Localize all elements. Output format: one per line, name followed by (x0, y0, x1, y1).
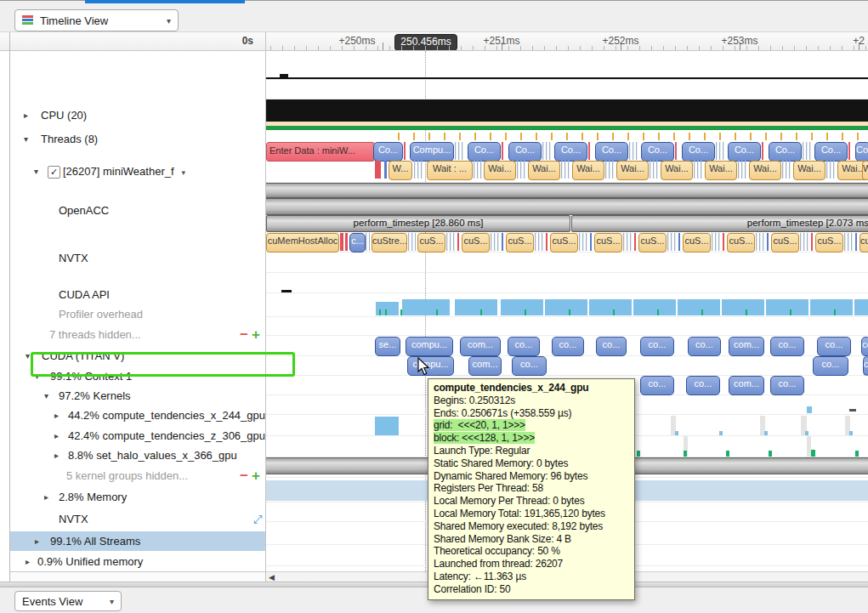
cuda-api-block[interactable]: cuMemHostAlloc (266, 233, 339, 253)
openacc-launch-block[interactable] (848, 142, 853, 160)
disclosure-arrow-icon[interactable]: ▸ (26, 552, 30, 571)
tree-item[interactable]: ▸0.9% Unified memory (10, 552, 265, 571)
openacc-wait-block[interactable]: Wai... (705, 161, 737, 180)
openacc-wait-block[interactable]: W... (389, 161, 412, 180)
cuda-api-block[interactable]: cuS... (727, 233, 755, 253)
openacc-launch-block[interactable]: Compu... (410, 142, 454, 162)
disclosure-arrow-icon[interactable]: ▾ (26, 346, 30, 366)
kernel-8-set-halo-block[interactable] (807, 406, 812, 413)
openacc-wait-block[interactable] (384, 161, 387, 179)
cuda-api-block[interactable]: cuS... (550, 233, 578, 253)
gpu-activity-block[interactable] (854, 299, 868, 315)
cpu-utilization-block[interactable] (266, 77, 868, 79)
kernels-all-block[interactable]: co... (770, 337, 804, 356)
add-filter-icon[interactable]: + (252, 325, 260, 344)
gpu-activity-block[interactable] (633, 299, 676, 315)
cuda-api-block[interactable]: cuS... (771, 233, 799, 253)
openacc-launch-block[interactable] (455, 142, 465, 160)
kernels-all-block[interactable]: com... (729, 337, 764, 356)
openacc-launch-block[interactable]: Co... (769, 142, 802, 162)
expand-row-icon[interactable]: ⤢ (253, 509, 262, 529)
tree-item[interactable]: NVTX⤢ (10, 509, 265, 529)
openacc-launch-block[interactable] (762, 142, 766, 160)
openacc-wait-block[interactable]: W... (862, 161, 868, 180)
cuda-api-block[interactable] (366, 233, 370, 251)
gpu-activity-marks-block[interactable] (569, 309, 570, 315)
openacc-launch-block[interactable] (404, 142, 408, 160)
openacc-wait-block[interactable] (414, 161, 423, 179)
cuda-api-block[interactable]: cuS... (683, 233, 711, 253)
openacc-launch-block[interactable]: Co... (595, 142, 628, 162)
openacc-launch-block[interactable]: Co... (508, 142, 542, 162)
openacc-wait-block[interactable] (650, 161, 658, 179)
openacc-wait-block[interactable] (694, 161, 702, 179)
timeline-ruler[interactable]: 250.456ms +250ms+251ms+252ms+253ms+2 (265, 32, 868, 51)
gpu-activity-block[interactable] (545, 299, 587, 315)
kernel-44-compute-x-block[interactable]: co... (863, 356, 868, 376)
gpu-activity-marks-block[interactable] (436, 309, 438, 315)
thread-state-run-block[interactable] (266, 126, 868, 130)
cpu-utilization-block[interactable] (280, 74, 288, 79)
cuda-api-block[interactable] (800, 233, 809, 251)
kernel-groups-hidden-block[interactable] (675, 431, 678, 435)
memory-ops-block[interactable] (811, 450, 815, 457)
kernels-all-block[interactable]: co... (817, 337, 851, 356)
kernel-44-compute-x-block[interactable]: co... (813, 356, 848, 376)
gpu-activity-marks-block[interactable] (613, 309, 615, 315)
cuda-api-block[interactable] (767, 233, 769, 251)
tree-item[interactable]: ▾97.2% Kernels (10, 386, 265, 406)
cuda-api-block[interactable] (340, 233, 343, 251)
openacc-launch-block[interactable]: Co... (468, 142, 501, 162)
cuda-api-block[interactable] (408, 233, 416, 251)
kernels-all-block[interactable]: co... (596, 337, 627, 356)
openacc-wait-block[interactable]: Wai... (528, 161, 560, 180)
cuda-api-block[interactable] (535, 233, 544, 251)
openacc-launch-block[interactable]: Enter Data : miniW... (266, 142, 375, 162)
kernel-groups-hidden-block[interactable] (764, 431, 768, 435)
remove-filter-icon[interactable]: − (240, 466, 248, 485)
thread-options-chevron-icon[interactable]: ▾ (182, 168, 186, 177)
gpu-activity-marks-block[interactable] (385, 309, 387, 315)
cuda-api-block[interactable]: cuS... (638, 233, 667, 253)
thread-checkbox[interactable]: ✓ (48, 166, 60, 179)
gpu-activity-marks-block[interactable] (834, 309, 836, 315)
cuda-api-block[interactable] (345, 233, 348, 251)
gpu-activity-marks-block[interactable] (480, 309, 482, 315)
memory-ops-block[interactable] (855, 451, 859, 457)
cuda-api-block[interactable]: c... (349, 233, 366, 253)
kernel-44-compute-x-block[interactable]: compu... (407, 356, 454, 376)
cuda-api-block[interactable] (723, 233, 724, 251)
cuda-api-block[interactable] (855, 233, 857, 251)
openacc-launch-block[interactable] (675, 142, 679, 160)
openacc-launch-block[interactable]: Co... (814, 142, 848, 162)
memory-ops-block[interactable] (726, 451, 729, 457)
openacc-launch-block[interactable] (588, 142, 593, 160)
cuda-api-block[interactable] (811, 233, 813, 251)
disclosure-arrow-icon[interactable]: ▸ (54, 406, 59, 425)
cuda-api-block[interactable]: cuS... (462, 233, 490, 253)
add-filter-icon[interactable]: + (252, 466, 260, 485)
cuda-api-block[interactable] (546, 233, 547, 251)
cuda-api-block[interactable] (844, 233, 854, 251)
disclosure-arrow-icon[interactable]: ▾ (24, 129, 28, 149)
cuda-api-block[interactable]: cuS... (859, 233, 868, 253)
gpu-activity-block[interactable] (678, 299, 720, 315)
disclosure-arrow-icon[interactable]: ▸ (35, 531, 39, 551)
cuda-api-block[interactable]: cuS... (417, 233, 445, 253)
tree-item[interactable]: 7 threads hidden...−+ (10, 325, 265, 344)
openacc-wait-block[interactable]: Wai... (484, 161, 516, 180)
kernel-groups-hidden-block[interactable] (375, 417, 399, 435)
kernel-42-compute-z-block[interactable]: co... (640, 376, 674, 395)
gpu-activity-block[interactable] (810, 299, 853, 315)
openacc-wait-block[interactable] (375, 161, 381, 179)
kernel-groups-hidden-block[interactable] (849, 431, 853, 435)
cuda-api-block[interactable] (579, 233, 588, 251)
disclosure-arrow-icon[interactable]: ▸ (54, 446, 59, 465)
openacc-wait-block[interactable] (782, 161, 791, 179)
openacc-launch-block[interactable]: Co... (728, 142, 761, 162)
timeline-view-select[interactable]: Timeline View ▾ (14, 9, 179, 31)
openacc-launch-block[interactable]: Co... (373, 142, 403, 162)
cuda-api-block[interactable] (667, 233, 677, 251)
cuda-api-block[interactable] (502, 233, 503, 251)
kernel-42-compute-z-block[interactable]: com... (729, 376, 764, 395)
